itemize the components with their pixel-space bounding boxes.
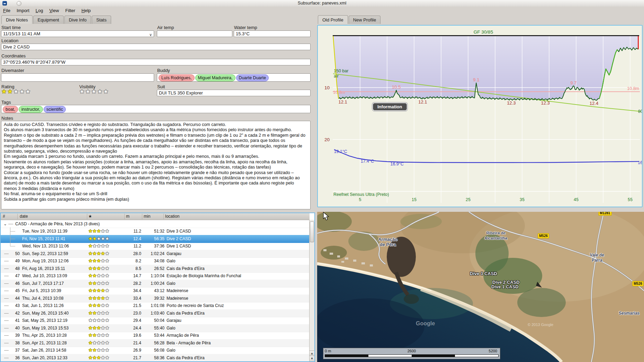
column-header-location[interactable]: location — [165, 214, 179, 219]
dive-rating: ★★★★★ — [88, 280, 109, 287]
tab-dive-notes[interactable]: Dive Notes — [1, 15, 33, 24]
tag-chip: scientific — [44, 106, 66, 113]
dive-list-row[interactable]: 50Sun, Sep 22, 2013 12:59★★★★★28.01:02:2… — [1, 250, 310, 258]
dive-list-row[interactable]: 38Sun, Apr 21, 2013 11:28★★★★★21.456:28B… — [1, 339, 310, 347]
tab-equipment[interactable]: Equipment — [33, 16, 64, 24]
dive-profile-chart[interactable]: 10.8m10.8m150 barair8019.1°C17.4°C16.9°C… — [317, 25, 643, 207]
dive-list-row[interactable]: 44Thu, Jul 4, 2013 10:08★★★★★33.439:32Ma… — [1, 295, 310, 302]
time-axis-tick: 55 — [628, 197, 633, 202]
dive-list-row[interactable]: Tue, Nov 19, 2013 11:39★★★★★11.251:32Div… — [1, 227, 310, 235]
tags-field[interactable]: boat,instructor,scientific — [1, 105, 311, 113]
map-label-sesmarias: Sesmarias — [619, 311, 639, 316]
subsurface-window: Subsurface: paneves.xml FileImportLogVie… — [0, 0, 644, 362]
information-button[interactable]: Information — [373, 103, 407, 110]
menu-item-filter[interactable]: Filter — [62, 7, 78, 14]
menu-item-file[interactable]: File — [0, 7, 14, 14]
chevron-down-icon[interactable]: ∨ — [149, 31, 152, 37]
scrollbar-thumb[interactable] — [310, 221, 314, 242]
location-field[interactable]: Dive 2 CASD — [1, 44, 311, 50]
suit-label: Suit — [157, 84, 165, 89]
dive-list-row[interactable]: 45Fri, Jul 5, 2013 10:39★★★★★34.443:12Ma… — [1, 287, 310, 295]
tab-new-profile[interactable]: New Profile — [349, 16, 381, 24]
dive-number: 40 — [1, 324, 20, 332]
column-separator[interactable] — [142, 214, 142, 219]
menu-item-help[interactable]: Help — [78, 7, 94, 14]
water-temp-field[interactable]: 15.3°C — [234, 30, 311, 37]
dive-list-row[interactable]: 39Thu, Apr 25, 2013 10:28★★★★★19.653:44A… — [1, 332, 310, 340]
dive-rating: ★★★★★ — [88, 287, 109, 295]
rating-stars[interactable]: ★★★★★ — [1, 88, 31, 95]
dive-depth: 28.2 — [118, 280, 141, 287]
dive-number: 45 — [1, 287, 20, 295]
dive-site-map[interactable]: Armação de PêraRibeira de AlcantarilhaVa… — [317, 212, 644, 362]
left-tab-bar: Dive NotesEquipmentDive InfoStats — [1, 15, 112, 24]
time-axis-tick: 45 — [574, 197, 579, 202]
window-menu-button[interactable] — [17, 1, 21, 6]
visibility-stars[interactable]: ★★★★★ — [79, 88, 109, 95]
dive-list-row[interactable]: 41Sat, May 25, 2013 12:19★★★★★29.450:04G… — [1, 317, 310, 325]
dive-list-row[interactable]: 43Sat, Jun 1, 2013 11:26★★★★★21.51:01:08… — [1, 302, 310, 310]
column-separator[interactable] — [163, 214, 164, 219]
dive-duration: 1:00:24 — [142, 280, 164, 287]
dive-depth: 8.5 — [118, 265, 141, 272]
dive-list-scrollbar[interactable]: ▲ ▼ — [309, 220, 314, 361]
collapse-caret-icon[interactable]: ⌄ — [3, 220, 7, 228]
buddy-field[interactable]: Luís Rodrigues,Miguel Madureira,Duarte D… — [157, 73, 311, 82]
dive-date: Sat, Jan 26, 2013 14:58 — [22, 346, 66, 354]
dive-date: Sat, Jun 1, 2013 11:26 — [22, 302, 64, 309]
notes-field[interactable]: Aula do curso CASD. Transectos c/video e… — [1, 121, 311, 209]
scroll-down-button[interactable]: ▼ — [310, 356, 314, 361]
air-temp-field[interactable] — [157, 30, 232, 37]
dive-trip-row[interactable]: ⌄CASD - Armação de Pêra, Nov 2013 (3 div… — [1, 220, 310, 228]
column-header-m[interactable]: m — [126, 214, 129, 219]
dive-rating: ★★★★★ — [88, 295, 109, 302]
dive-list-row[interactable]: 46Sun, Jul 7, 2013 17:17★★★★★28.21:00:24… — [1, 280, 310, 288]
coordinates-field[interactable]: 37°05'23.460"N 8°20'47.879"W — [1, 59, 311, 65]
menu-item-log[interactable]: Log — [33, 7, 46, 14]
dive-list-row[interactable]: 40Sun, May 19, 2013 15:53★★★★★24.455:40G… — [1, 324, 310, 332]
dive-date: Wed, Jul 10, 2013 13:09 — [22, 272, 67, 280]
dive-list-row[interactable]: 37Sat, Jan 26, 2013 14:58★★★★★26.956:08G… — [1, 346, 310, 354]
dive-number: 46 — [1, 280, 20, 287]
column-separator[interactable] — [124, 214, 125, 219]
column-header-date[interactable]: date — [20, 214, 28, 219]
dive-list-row[interactable]: 49Mon, Aug 19, 2013 12:06★★★★★8.234:08Ga… — [1, 257, 310, 265]
depth-peak-label: 9.7 — [570, 80, 576, 85]
dive-duration: 53:44 — [142, 332, 164, 339]
dive-list-row[interactable]: 47Wed, Jul 10, 2013 13:09★★★★★14.71:10:0… — [1, 272, 310, 280]
dive-location: Madeirense — [167, 287, 188, 295]
dive-list-row[interactable]: Fri, Nov 15, 2013 11:41★★★★★12.456:35Div… — [1, 235, 310, 243]
dive-depth: 21.5 — [118, 302, 141, 309]
tab-dive-info[interactable]: Dive Info — [64, 16, 91, 24]
column-header-stars[interactable]: ★ — [88, 214, 92, 219]
divemaster-field[interactable] — [1, 73, 154, 82]
tab-stats[interactable]: Stats — [92, 16, 111, 24]
dive-list-row[interactable]: 36Sun, Jan 20, 2013 12:33★★★★★21.758:36C… — [1, 354, 310, 362]
dive-number: 38 — [1, 339, 20, 347]
menu-item-import[interactable]: Import — [14, 7, 33, 14]
tag-chip: boat, — [3, 106, 18, 113]
dive-list-row[interactable]: Wed, Nov 13, 2013 11:06★★★★★11.237:36Div… — [1, 242, 310, 250]
dive-list-row[interactable]: 48Fri, Aug 16, 2013 15:11★★★★★8.526:52Ca… — [1, 265, 310, 273]
dive-duration: 1:10:04 — [142, 272, 164, 280]
scroll-up-button[interactable]: ▲ — [310, 351, 314, 356]
dive-rating: ★★★★★ — [88, 257, 109, 265]
dive-number: 44 — [1, 295, 20, 302]
map-dive-3-label: Dive 3 CASD — [470, 271, 497, 276]
tab-old-profile[interactable]: Old Profile — [318, 15, 348, 24]
depth-valley-label: 12.3 — [507, 100, 516, 106]
start-time-combo[interactable]: 11/15/13 11:41 AM ∨ — [1, 30, 154, 37]
map-base — [317, 212, 644, 362]
dive-date: Fri, Nov 15, 2013 11:41 — [22, 235, 65, 243]
column-header-num[interactable]: # — [3, 214, 5, 219]
menu-item-view[interactable]: View — [46, 7, 62, 14]
dive-location: Garajau — [167, 250, 181, 257]
column-separator[interactable] — [87, 214, 87, 219]
suit-field[interactable]: DUI TLS 350 Explorer — [157, 90, 311, 96]
dive-duration: 50:04 — [142, 317, 164, 324]
column-header-min[interactable]: min — [144, 214, 150, 219]
dive-depth: 8.2 — [118, 257, 141, 265]
dive-list-row[interactable]: 42Sun, May 26, 2013 15:40★★★★★23.01:03:4… — [1, 309, 310, 317]
dive-duration: 56:08 — [142, 346, 164, 354]
column-separator[interactable] — [17, 214, 18, 219]
